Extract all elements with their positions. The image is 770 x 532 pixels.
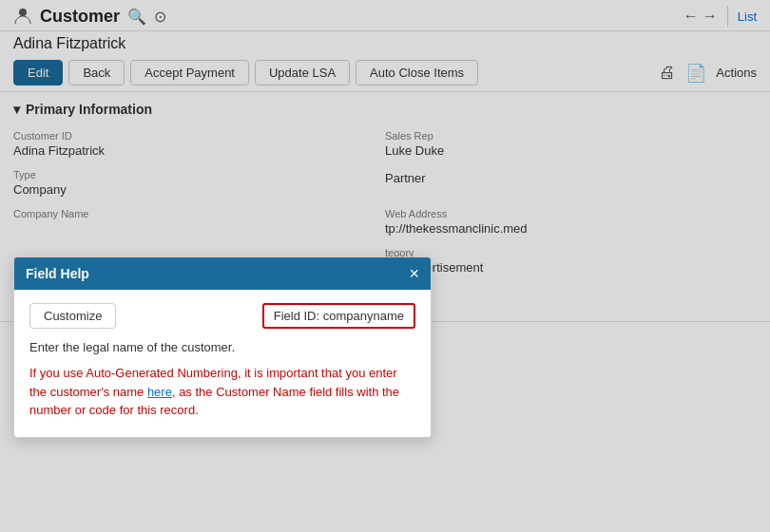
field-help-modal: Field Help × Customize Field ID: company… (13, 256, 432, 438)
customize-button[interactable]: Customize (29, 303, 116, 329)
modal-header: Field Help × (14, 257, 431, 290)
modal-close-button[interactable]: × (409, 265, 419, 282)
modal-row1: Customize Field ID: companyname (29, 303, 415, 329)
modal-body: Customize Field ID: companyname Enter th… (14, 290, 431, 437)
modal-desc1: Enter the legal name of the customer. (29, 340, 415, 354)
modal-title: Field Help (26, 266, 89, 281)
field-id-badge: Field ID: companyname (262, 303, 415, 329)
here-link[interactable]: here (147, 385, 172, 399)
modal-desc2: If you use Auto-Generated Numbering, it … (29, 364, 415, 420)
